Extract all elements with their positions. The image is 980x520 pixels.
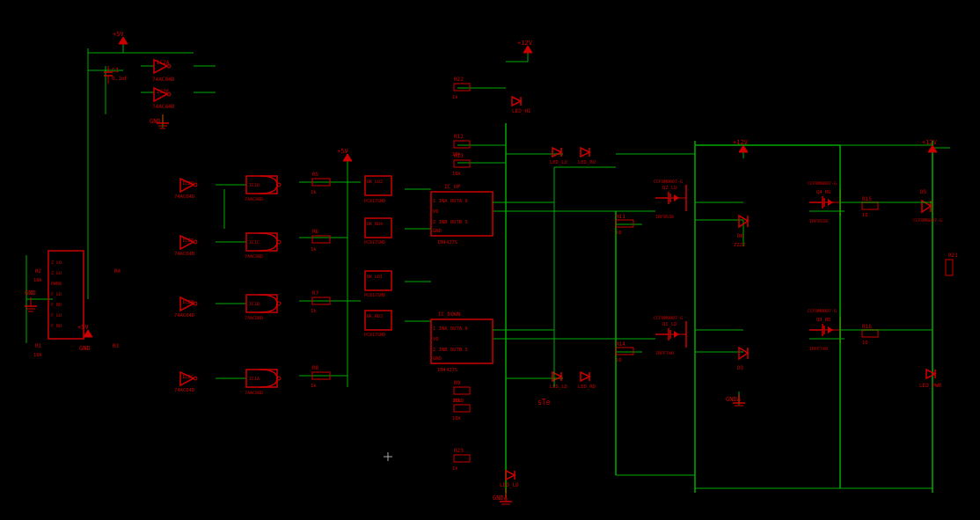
svg-text:C1: C1 [112,67,119,74]
svg-text:R3: R3 [113,342,120,348]
svg-text:+5V: +5V [337,148,348,155]
svg-text:PC817SMD: PC817SMD [364,332,385,337]
svg-text:+12V: +12V [517,40,533,47]
svg-text:74AC00D: 74AC00D [245,315,263,320]
svg-text:GND: GND [433,355,442,361]
svg-text:1k: 1k [452,465,458,471]
svg-text:IC_UP: IC_UP [444,183,460,190]
svg-text:74AC04D: 74AC04D [174,387,194,392]
svg-text:IR4427S: IR4427S [437,239,457,245]
svg-text:R10: R10 [454,397,464,403]
svg-text:IRFF740: IRFF740 [655,350,674,355]
svg-text:IC2B: IC2B [182,299,194,304]
svg-text:GND: GND [25,289,36,297]
svg-text:IR4427S: IR4427S [437,367,457,372]
svg-text:10: 10 [862,340,868,345]
svg-text:IC2D: IC2D [182,180,194,186]
svg-text:GND: GND [433,228,442,233]
svg-text:D3: D3 [737,364,744,370]
svg-text:Q1_LD: Q1_LD [662,321,677,327]
svg-text:LED_LD: LED_LD [550,384,567,390]
svg-text:V0: V0 [433,209,439,214]
svg-text:+12V: +12V [922,139,938,146]
svg-text:IC1C: IC1C [249,239,260,245]
svg-text:OK_LD1: OK_LD1 [367,274,383,280]
svg-text:D5: D5 [920,188,927,194]
svg-text:CCF8M0007-G: CCF8M0007-G [808,180,837,186]
svg-text:R9: R9 [454,379,461,385]
svg-text:OK_RD3: OK_RD3 [367,313,383,319]
svg-text:74AC04D: 74AC04D [152,76,175,82]
svg-text:10: 10 [862,212,868,217]
svg-text:74AC04D: 74AC04D [174,194,194,199]
svg-text:F_LU: F_LU [51,312,62,319]
svg-text:R7: R7 [312,289,319,296]
svg-text:IC2F: IC2F [157,88,170,94]
svg-text:PC817SMD: PC817SMD [364,239,385,245]
svg-text:1k: 1k [311,189,317,194]
svg-text:R16: R16 [862,323,872,329]
svg-rect-0 [0,0,980,520]
svg-text:ZZZ2: ZZZ2 [734,242,745,247]
svg-text:D8: D8 [737,232,744,238]
svg-text:LED_LU: LED_LU [550,159,567,165]
svg-text:10: 10 [616,230,622,235]
svg-text:1  INA  OUTA  6: 1 INA OUTA 6 [433,198,468,203]
svg-text:R13: R13 [454,152,464,158]
svg-text:CCF8M0007-G: CCF8M0007-G [654,315,683,320]
svg-text:+5V: +5V [113,31,124,38]
svg-text:IRF9530: IRF9530 [809,218,828,223]
svg-text:1k: 1k [452,94,458,99]
svg-text:1k: 1k [311,246,317,252]
svg-text:F_RU: F_RU [51,323,62,329]
svg-text:1  INA  OUTA  6: 1 INA OUTA 6 [433,326,468,331]
svg-text:V0: V0 [433,336,439,341]
svg-text:LED_HI: LED_HI [512,107,531,114]
svg-text:CCF8M0007-G: CCF8M0007-G [913,217,942,223]
svg-text:LED_LO: LED_LO [500,481,519,488]
svg-text:74AC00D: 74AC00D [245,390,263,395]
svg-text:LED_RU: LED_RU [578,159,596,165]
svg-text:sTe: sTe [538,399,551,406]
svg-text:R6: R6 [312,228,319,234]
svg-text:R5: R5 [312,171,319,177]
svg-text:PC817SMD: PC817SMD [364,198,385,203]
svg-text:R21: R21 [948,252,958,258]
svg-text:R12: R12 [454,133,464,139]
svg-text:OK_LU2: OK_LU2 [367,179,383,185]
svg-text:IC1A: IC1A [249,376,260,381]
svg-text:R15: R15 [862,195,872,201]
svg-text:LED_RD: LED_RD [578,384,596,390]
svg-text:2  INB  OUTB  5: 2 INB OUTB 5 [433,219,468,224]
svg-text:1k: 1k [311,308,317,313]
svg-text:10: 10 [616,357,622,363]
svg-text:10k: 10k [33,277,43,282]
svg-text:74AC00D: 74AC00D [245,196,263,201]
svg-text:Q2_LU: Q2_LU [662,185,677,191]
svg-text:IC1D: IC1D [249,182,260,187]
svg-text:GNDA: GNDA [493,494,508,502]
svg-text:CCF8M0007-G: CCF8M0007-G [808,308,837,313]
svg-text:GND: GND [150,118,161,125]
svg-text:74AC04D: 74AC04D [174,312,194,318]
svg-text:10k: 10k [452,171,462,176]
svg-text:Z_LU: Z_LU [51,270,62,276]
svg-text:74AC00D: 74AC00D [245,253,263,259]
svg-text:74AC04D: 74AC04D [152,103,175,109]
svg-text:GNDA: GNDA [726,396,742,403]
svg-text:10k: 10k [452,415,462,421]
svg-text:F_RD: F_RD [51,302,62,308]
svg-text:IRFF740: IRFF740 [809,346,828,351]
svg-text:R8: R8 [312,364,319,370]
svg-text:IC_DOWN: IC_DOWN [438,311,461,318]
schematic-canvas: C1 0.1nF IC2A 74AC04D IC2F 74AC04D +5V G… [0,0,980,520]
svg-text:GND: GND [79,345,91,352]
svg-text:R1: R1 [35,342,42,348]
svg-text:R14: R14 [616,341,625,347]
svg-text:R4: R4 [114,267,121,274]
svg-text:IC2A: IC2A [157,59,170,65]
svg-text:F_LD: F_LD [51,291,62,297]
svg-text:+5V: +5V [77,324,89,331]
svg-text:R23: R23 [454,447,464,453]
svg-text:LED_PWR: LED_PWR [919,382,942,389]
